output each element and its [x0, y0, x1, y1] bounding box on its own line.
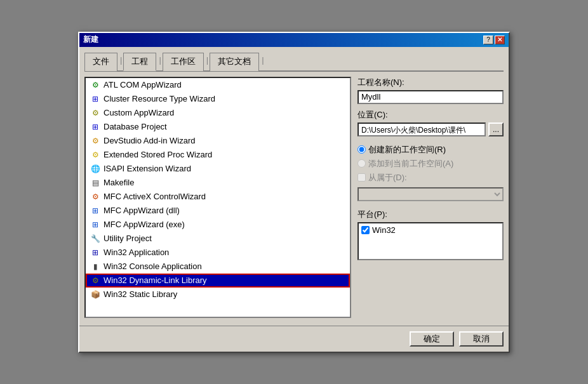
list-item-label: DevStudio Add-in Wizard — [104, 136, 196, 145]
location-group: 位置(C): D:\Users\小火柴\Desktop\课件\ ... — [357, 109, 504, 136]
dependency-dropdown-row — [357, 187, 504, 201]
title-bar: 新建 ? ✕ — [79, 33, 509, 47]
utility-icon: 🔧 — [90, 233, 101, 244]
list-item-label: Makefile — [104, 178, 134, 187]
create-new-label: 创建新的工作空间(R) — [368, 144, 446, 156]
list-item-mfc-activex[interactable]: ⚙MFC ActiveX ControlWizard — [86, 190, 350, 204]
list-item-label: Cluster Resource Type Wizard — [104, 94, 215, 103]
location-input[interactable]: D:\Users\小火柴\Desktop\课件\ — [357, 122, 486, 136]
add-to-current-label: 添加到当前工作空间(A) — [368, 158, 453, 169]
tab-bar: 文件 | 工程 | 工作区 | 其它文档 | — [84, 52, 504, 72]
win32-app-icon: ⊞ — [90, 247, 101, 258]
list-item-label: MFC AppWizard (exe) — [104, 220, 185, 229]
list-item-label: Win32 Static Library — [104, 289, 177, 299]
list-item-win32-app[interactable]: ⊞Win32 Application — [86, 246, 350, 260]
dialog-body: 文件 | 工程 | 工作区 | 其它文档 | ⚙ATL COM AppWizar… — [79, 47, 509, 323]
project-name-input[interactable] — [357, 90, 504, 104]
dialog-footer: 确定 取消 — [79, 326, 509, 352]
list-item-label: MFC ActiveX ControlWizard — [104, 192, 206, 201]
create-new-workspace-option[interactable]: 创建新的工作空间(R) — [357, 144, 504, 156]
list-item-label: Win32 Console Application — [104, 262, 202, 271]
list-item-cluster[interactable]: ⊞Cluster Resource Type Wizard — [86, 92, 350, 106]
platform-item-label: Win32 — [372, 225, 396, 235]
project-list[interactable]: ⚙ATL COM AppWizard⊞Cluster Resource Type… — [84, 77, 351, 318]
platform-label: 平台(P): — [357, 209, 504, 220]
list-item-utility[interactable]: 🔧Utility Project — [86, 232, 350, 246]
platform-list[interactable]: Win32 — [357, 222, 504, 260]
list-item-atl-com[interactable]: ⚙ATL COM AppWizard — [86, 78, 350, 92]
project-name-group: 工程名称(N): — [357, 77, 504, 104]
list-item-custom[interactable]: ⚙Custom AppWizard — [86, 106, 350, 120]
list-item-label: Extended Stored Proc Wizard — [104, 150, 212, 159]
platform-item-win32[interactable]: Win32 — [360, 225, 501, 235]
list-item-label: Win32 Dynamic-Link Library — [104, 275, 207, 285]
dialog-title: 新建 — [83, 34, 98, 45]
location-row: D:\Users\小火柴\Desktop\课件\ ... — [357, 122, 504, 136]
close-button[interactable]: ✕ — [495, 36, 505, 44]
tab-file[interactable]: 文件 — [84, 53, 117, 71]
location-label: 位置(C): — [357, 109, 504, 121]
tab-other-docs[interactable]: 其它文档 — [210, 53, 259, 71]
cluster-icon: ⊞ — [90, 93, 101, 105]
platform-group: 平台(P): Win32 — [357, 209, 504, 260]
right-panel: 工程名称(N): 位置(C): D:\Users\小火柴\Desktop\课件\… — [357, 77, 504, 318]
list-item-ext-stored[interactable]: ⚙Extended Stored Proc Wizard — [86, 148, 350, 162]
browse-button[interactable]: ... — [488, 122, 504, 136]
tab-workspace[interactable]: 工作区 — [163, 53, 204, 71]
isapi-icon: 🌐 — [90, 163, 101, 175]
ok-button[interactable]: 确定 — [410, 331, 454, 347]
win32-static-icon: 📦 — [90, 289, 101, 300]
project-name-label: 工程名称(N): — [357, 77, 504, 88]
database-icon: ⊞ — [90, 121, 101, 133]
new-dialog: 新建 ? ✕ 文件 | 工程 | 工作区 | 其它文档 | ⚙ATL COM A… — [78, 32, 510, 353]
dependency-label: 从属于(D): — [368, 172, 407, 183]
custom-icon: ⚙ — [90, 107, 101, 119]
tab-project[interactable]: 工程 — [123, 53, 156, 71]
title-bar-buttons: ? ✕ — [483, 36, 505, 44]
content-area: ⚙ATL COM AppWizard⊞Cluster Resource Type… — [84, 77, 504, 318]
mfc-exe-icon: ⊞ — [90, 219, 101, 230]
list-item-devstudio[interactable]: ⚙DevStudio Add-in Wizard — [86, 134, 350, 148]
list-item-mfc-dll[interactable]: ⊞MFC AppWizard (dll) — [86, 204, 350, 218]
dependency-option[interactable]: 从属于(D): — [357, 172, 504, 183]
mfc-activex-icon: ⚙ — [90, 191, 101, 202]
win32-con-icon: ▮ — [90, 261, 101, 272]
ext-stored-icon: ⚙ — [90, 149, 101, 161]
list-item-label: Utility Project — [104, 234, 152, 243]
mfc-dll-icon: ⊞ — [90, 205, 101, 216]
list-item-makefile[interactable]: ▤Makefile — [86, 176, 350, 190]
list-item-win32-dll[interactable]: ⚙Win32 Dynamic-Link Library — [86, 274, 350, 288]
list-item-label: Database Project — [104, 122, 167, 131]
list-item-database[interactable]: ⊞Database Project — [86, 120, 350, 134]
list-item-win32-con[interactable]: ▮Win32 Console Application — [86, 260, 350, 274]
atl-com-icon: ⚙ — [90, 79, 101, 91]
list-item-label: Custom AppWizard — [104, 108, 174, 117]
list-item-label: MFC AppWizard (dll) — [104, 206, 180, 215]
cancel-button[interactable]: 取消 — [459, 331, 504, 347]
dependency-dropdown[interactable] — [357, 187, 504, 201]
list-item-label: ATL COM AppWizard — [104, 80, 182, 89]
makefile-icon: ▤ — [90, 177, 101, 189]
list-item-isapi[interactable]: 🌐ISAPI Extension Wizard — [86, 162, 350, 176]
list-item-label: Win32 Application — [104, 248, 169, 257]
devstudio-icon: ⚙ — [90, 135, 101, 147]
list-item-label: ISAPI Extension Wizard — [104, 164, 191, 173]
help-button[interactable]: ? — [483, 36, 493, 44]
workspace-options: 创建新的工作空间(R) 添加到当前工作空间(A) 从属于(D): — [357, 144, 504, 201]
list-item-win32-static[interactable]: 📦Win32 Static Library — [86, 288, 350, 301]
add-to-current-option[interactable]: 添加到当前工作空间(A) — [357, 158, 504, 169]
list-item-mfc-exe[interactable]: ⊞MFC AppWizard (exe) — [86, 218, 350, 232]
win32-dll-icon: ⚙ — [90, 275, 101, 286]
